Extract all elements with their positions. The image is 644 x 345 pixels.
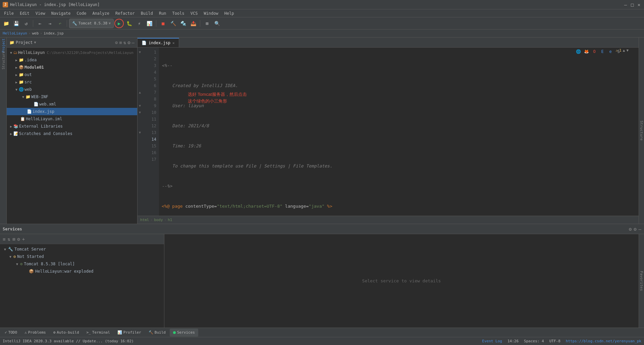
- status-url[interactable]: https://blog.csdn.net/yerenyuan_pk: [566, 339, 641, 343]
- toolbar-open-btn[interactable]: 📁: [1, 19, 11, 28]
- run-button[interactable]: ▶: [114, 19, 124, 28]
- toolbar-layout-btn[interactable]: ⊞: [202, 19, 212, 28]
- menu-code[interactable]: Code: [74, 10, 89, 16]
- sidebar-project-icon[interactable]: Project: [1, 39, 6, 52]
- svc-collapse-icon[interactable]: ≡: [3, 236, 5, 242]
- menu-tools[interactable]: Tools: [170, 10, 187, 16]
- fold-7[interactable]: ▲: [138, 89, 142, 96]
- toolbar-search-btn[interactable]: 🔍: [212, 19, 222, 28]
- svc-group-icon[interactable]: ⊞: [12, 236, 15, 242]
- menu-help[interactable]: Help: [222, 10, 237, 16]
- tab-services[interactable]: Services: [170, 329, 198, 337]
- panel-close-icon[interactable]: —: [132, 40, 135, 45]
- ie-icon[interactable]: e: [607, 48, 614, 55]
- window-controls[interactable]: — □ ✕: [623, 2, 641, 7]
- warning-up-icon[interactable]: ▲: [623, 48, 625, 53]
- breadcrumb-root[interactable]: HelloLiayun: [3, 31, 27, 36]
- tree-item-out[interactable]: ▶ 📁 out: [7, 71, 137, 78]
- toolbar-stop-btn[interactable]: ■: [158, 19, 168, 28]
- svc-add-icon[interactable]: +: [22, 236, 25, 242]
- tab-close-indexjsp[interactable]: ✕: [172, 41, 175, 45]
- tree-item-web[interactable]: ▼ 🌐 web: [7, 86, 137, 93]
- tab-build[interactable]: 🔨 Build: [145, 329, 169, 337]
- breadcrumb-html[interactable]: html: [140, 218, 149, 222]
- service-war-exploded[interactable]: 📦 HelloLiayun:war exploded: [0, 268, 164, 275]
- panel-sort-icon[interactable]: ⇅: [123, 40, 126, 45]
- service-not-started[interactable]: ▼ ⚙ Not Started: [0, 253, 164, 260]
- panel-collapse-icon[interactable]: ≡: [119, 40, 122, 45]
- menu-analyze[interactable]: Analyze: [90, 10, 112, 16]
- tree-item-scratches[interactable]: ▶ 📝 Scratches and Consoles: [7, 130, 137, 137]
- menu-view[interactable]: View: [33, 10, 48, 16]
- svc-expand-icon[interactable]: ⇅: [7, 236, 10, 242]
- project-dropdown-icon[interactable]: ▼: [34, 41, 36, 44]
- panel-settings-icon[interactable]: ⚙: [127, 40, 130, 45]
- toolbar-profile-btn[interactable]: 📊: [145, 19, 154, 28]
- toolbar-save-btn[interactable]: 💾: [11, 19, 21, 28]
- toolbar-deploy-btn[interactable]: 📤: [189, 19, 198, 28]
- editor-tab-indexjsp[interactable]: 📄 index.jsp ✕: [138, 38, 179, 47]
- safari-icon[interactable]: S: [615, 48, 622, 55]
- tree-item-external-libs[interactable]: ▶ 📚 External Libraries: [7, 123, 137, 130]
- maximize-button[interactable]: □: [630, 2, 635, 7]
- event-log-link[interactable]: Event Log: [482, 339, 502, 343]
- service-tomcat-instance[interactable]: ▼ ⚙ Tomcat 8.5.38 [local]: [0, 260, 164, 268]
- toolbar-sdk-btn[interactable]: 🔩: [178, 19, 188, 28]
- fold-1[interactable]: ▼: [138, 49, 142, 56]
- services-minimize-icon[interactable]: —: [639, 226, 641, 232]
- favorites-panel[interactable]: Favorites: [639, 234, 644, 328]
- toolbar-forward-btn[interactable]: →: [45, 19, 55, 28]
- minimize-button[interactable]: —: [623, 2, 628, 7]
- chrome-icon[interactable]: 🌐: [575, 48, 582, 55]
- toolbar-undo-btn[interactable]: ↶: [55, 19, 65, 28]
- breadcrumb-file[interactable]: index.jsp: [44, 31, 64, 36]
- tab-problems[interactable]: ⚠ Problems: [21, 329, 49, 337]
- tomcat-config-btn[interactable]: 🔧 Tomcat 8.5.38 ▼: [69, 19, 114, 28]
- firefox-icon[interactable]: 🦊: [583, 48, 590, 55]
- code-editor[interactable]: ⚠ 1 ▲ ▼ 🌐 🦊 O E e S ▼: [138, 48, 639, 216]
- service-tomcat-server[interactable]: ▼ 🔧 Tomcat Server: [0, 246, 164, 253]
- opera-icon[interactable]: O: [591, 48, 598, 55]
- warning-down-icon[interactable]: ▼: [626, 48, 629, 53]
- toolbar-coverage-btn[interactable]: ⚡: [135, 19, 144, 28]
- tab-terminal[interactable]: >_ Terminal: [83, 329, 113, 337]
- fold-9[interactable]: ▼: [138, 102, 142, 109]
- breadcrumb-body[interactable]: body: [154, 218, 163, 222]
- tree-item-module01[interactable]: ▶ 📦 Module01: [7, 64, 137, 71]
- tree-item-webinf[interactable]: ▼ 📁 WEB-INF: [7, 93, 137, 100]
- tree-item-webxml[interactable]: 📄 web.xml: [7, 100, 137, 108]
- edge-icon[interactable]: E: [599, 48, 606, 55]
- structure-panel[interactable]: Structure: [639, 38, 644, 224]
- sidebar-structure-icon[interactable]: Structure: [1, 54, 6, 67]
- toolbar-refresh-btn[interactable]: ↺: [21, 19, 31, 28]
- close-button[interactable]: ✕: [637, 2, 641, 7]
- tree-item-helloliayun[interactable]: ▼ 🗂 HelloLiayun C:\Users\32120\IdeaProje…: [7, 49, 137, 56]
- tree-item-indexjsp[interactable]: 📄 index.jsp: [7, 108, 137, 115]
- breadcrumb-web[interactable]: web: [32, 31, 39, 36]
- tree-item-iml[interactable]: 📋 HelloLiayun.iml: [7, 115, 137, 123]
- menu-file[interactable]: File: [1, 10, 16, 16]
- menu-window[interactable]: Window: [201, 10, 221, 16]
- tab-todo[interactable]: ✓ TODO: [1, 329, 20, 337]
- toolbar-debug-btn[interactable]: 🐛: [124, 19, 134, 28]
- breadcrumb-h1[interactable]: h1: [168, 218, 172, 222]
- svc-filter-icon[interactable]: ⚙: [17, 236, 20, 242]
- services-settings-icon[interactable]: ⚙: [629, 226, 632, 232]
- menu-run[interactable]: Run: [156, 10, 169, 16]
- panel-locate-icon[interactable]: ⊙: [115, 40, 118, 45]
- code-content[interactable]: <%-- Created by IntelliJ IDEA. User: lia…: [159, 48, 639, 216]
- menu-build[interactable]: Build: [138, 10, 156, 16]
- services-config-icon[interactable]: ⚙: [634, 226, 636, 232]
- toolbar-build-btn[interactable]: 🔨: [168, 19, 178, 28]
- menu-refactor[interactable]: Refactor: [113, 10, 138, 16]
- fold-13[interactable]: ▼: [138, 129, 142, 136]
- tab-auto-build[interactable]: ⚙ Auto-build: [50, 329, 83, 337]
- menu-edit[interactable]: Edit: [17, 10, 32, 16]
- menu-navigate[interactable]: Navigate: [49, 10, 73, 16]
- toolbar-back-btn[interactable]: ←: [35, 19, 45, 28]
- tree-item-src[interactable]: ▶ 📁 src: [7, 78, 137, 86]
- tab-profiler[interactable]: 📊 Profiler: [114, 329, 145, 337]
- tree-item-idea[interactable]: ▶ 📁 .idea: [7, 56, 137, 64]
- fold-10[interactable]: ▼: [138, 109, 142, 116]
- menu-vcs[interactable]: VCS: [188, 10, 201, 16]
